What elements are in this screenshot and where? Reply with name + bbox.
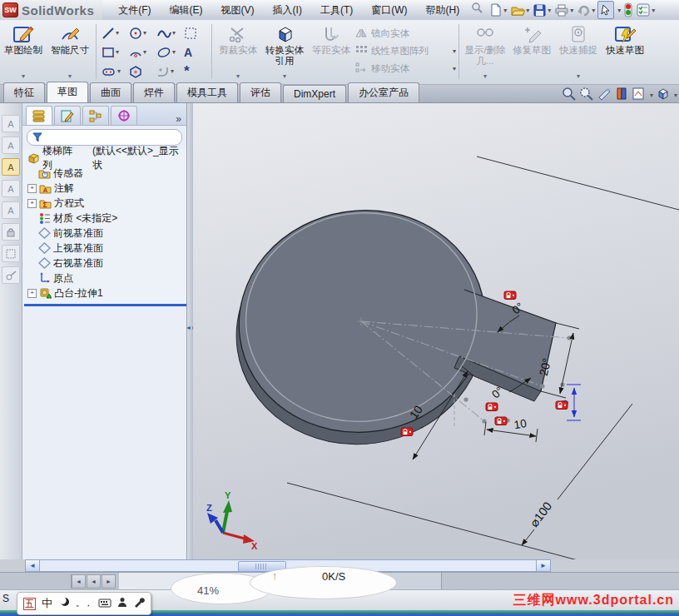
sketch-button[interactable]: 草图绘制 ▾ [0,22,47,82]
ellipse-tool[interactable]: ▾ [154,42,181,62]
dimxpert-manager-tab[interactable] [111,106,137,125]
scroll-left-button[interactable]: ◄ [26,560,40,571]
menu-insert[interactable]: 插入(I) [264,1,311,20]
tree-rollback-bar[interactable] [24,304,186,306]
new-dropdown[interactable]: ▾ [503,7,507,14]
ime-chinese-mode-button[interactable]: 中 [42,596,52,611]
panel-overflow-chevron[interactable]: » [176,113,181,125]
configuration-manager-tab[interactable] [82,106,109,125]
quick-snaps-dropdown[interactable]: ▾ [577,71,580,82]
slot-tool[interactable]: ▾ [99,62,126,81]
quick-snaps-button[interactable]: 快速捕捉 ▾ [555,22,602,82]
arc-tool[interactable]: ▾ [126,42,154,62]
ime-softkeyboard-icon[interactable] [98,598,112,610]
display-delete-relations-button[interactable]: 显示/删除几... ▾ [462,22,508,82]
tab-weldments[interactable]: 焊件 [133,82,175,102]
expand-boss-extrude1[interactable]: + [27,289,37,298]
save-button[interactable]: ▾ [532,2,552,18]
menu-file[interactable]: 文件(F) [109,1,160,20]
offset-entities-button[interactable]: 等距实体 [308,22,354,82]
lock-note-tool-icon[interactable] [2,223,20,241]
zoom-area-icon[interactable] [579,87,594,104]
new-document-button[interactable]: ▾ [488,2,508,18]
ime-punct-button[interactable]: 。， [76,598,92,609]
open-dropdown[interactable]: ▾ [526,7,529,14]
graphics-area[interactable]: 0° 20° 10 0° 10 10 ⌀1 [193,103,679,559]
tab-evaluate[interactable]: 评估 [240,82,281,102]
tab-surfaces[interactable]: 曲面 [90,82,131,102]
expand-annotations[interactable]: + [27,184,37,193]
tab-office-products[interactable]: 办公室产品 [348,82,419,102]
tree-item-annotations[interactable]: + A 注解 [24,181,186,196]
options-button[interactable]: ▾ [635,2,656,18]
linear-pattern-dropdown[interactable]: ▾ [453,47,456,55]
trim-dropdown[interactable]: ▾ [236,71,240,82]
spline-tool[interactable]: ▾ [154,23,181,42]
open-document-button[interactable]: ▾ [509,2,530,18]
smart-dimension-dropdown[interactable]: ▾ [68,71,72,82]
line-tool[interactable]: ▾ [99,23,126,42]
tree-item-front-plane[interactable]: 前视基准面 [24,226,186,241]
menu-tools[interactable]: 工具(T) [311,1,362,20]
tree-item-equations[interactable]: + Σ 方程式 [24,196,186,211]
options-dropdown[interactable]: ▾ [652,7,655,14]
sketch-fillet-tool[interactable]: ▾ [154,62,181,81]
display-delete-dropdown[interactable]: ▾ [483,71,487,82]
tree-item-boss-extrude1[interactable]: + 凸台-拉伸1 [24,286,186,301]
ime-settings-wrench-icon[interactable] [133,597,145,610]
view-settings-icon[interactable] [632,87,647,104]
tree-item-top-plane[interactable]: 上视基准面 [24,241,186,256]
menu-edit[interactable]: 编辑(E) [161,1,212,20]
select-dropdown[interactable]: ▾ [616,2,622,18]
print-button[interactable]: ▾ [553,2,574,18]
menu-pin-icon[interactable] [470,2,483,18]
note-edit-tool-icon[interactable]: A [2,137,20,154]
tab-dimxpert[interactable]: DimXpert [283,85,346,102]
stamp-tool-icon[interactable] [2,245,20,262]
tree-item-origin[interactable]: 原点 [24,271,186,286]
pan-rotate-icon[interactable] [597,87,612,104]
balloon-tool-icon[interactable]: A [2,201,20,219]
point-tool[interactable]: * [181,62,209,81]
sketch-text-tool[interactable]: A [181,42,209,62]
repair-sketch-button[interactable]: 修复草图 [508,22,555,82]
select-tool-button[interactable] [597,1,614,19]
tree-item-material[interactable]: 材质 <未指定> [24,211,186,226]
undo-button[interactable]: ▾ [576,2,596,18]
convert-entities-button[interactable]: 转换实体引用 ▾ [261,22,308,82]
ime-user-icon[interactable] [117,597,127,610]
section-view-icon[interactable] [614,87,629,104]
ime-halfwidth-icon[interactable] [58,597,70,611]
convert-dropdown[interactable]: ▾ [283,71,286,82]
tab-sketch[interactable]: 草图 [47,82,88,102]
undo-dropdown[interactable]: ▾ [592,7,595,14]
rectangle-tool[interactable]: ▾ [99,42,126,62]
save-dropdown[interactable]: ▾ [548,7,551,14]
tree-filter-input[interactable] [27,129,182,146]
mirror-entities-button[interactable]: 镜向实体 [354,25,456,42]
weld-symbol-tool-icon[interactable] [2,266,20,284]
previous-tab-button[interactable]: ◄ [87,574,101,589]
menu-help[interactable]: 帮助(H) [417,1,469,20]
expand-equations[interactable]: + [27,199,37,208]
smart-dimension-button[interactable]: 智能尺寸 ▾ [47,22,93,82]
tree-root-part[interactable]: 楼梯阵列 (默认<<默认>_显示状 [24,151,186,166]
collaboration-traffic-light-icon[interactable] [623,2,633,18]
menu-window[interactable]: 窗口(W) [362,1,416,20]
view-settings-dropdown[interactable]: ▾ [650,92,653,99]
property-manager-tab[interactable] [54,106,81,125]
note-tool-icon[interactable]: A [2,115,20,132]
tab-mold-tools[interactable]: 模具工具 [176,82,238,102]
rapid-sketch-button[interactable]: 快速草图 [602,22,648,82]
sketch-dropdown[interactable]: ▾ [22,71,25,82]
linear-sketch-pattern-button[interactable]: 线性草图阵列 ▾ [354,42,456,60]
print-dropdown[interactable]: ▾ [570,7,573,14]
next-tab-button[interactable]: ► [102,574,116,589]
open-note-tool-icon[interactable]: A [2,158,20,176]
first-tab-button[interactable]: ◄ [71,574,86,589]
view-orientation-cube-icon[interactable] [656,87,671,104]
marquee-select-tool[interactable] [181,23,209,42]
feature-manager-tab[interactable] [26,106,52,125]
zoom-fit-icon[interactable] [562,87,577,104]
datum-tool-icon[interactable]: A [2,180,20,197]
